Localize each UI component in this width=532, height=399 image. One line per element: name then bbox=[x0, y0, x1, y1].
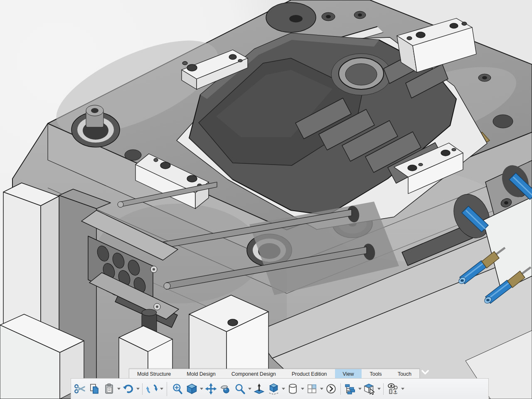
pan-button[interactable] bbox=[204, 380, 218, 398]
visual-attributes-button[interactable]: ⚓ bbox=[386, 380, 400, 398]
isometric-view-dropdown[interactable] bbox=[199, 380, 204, 398]
cut-button[interactable] bbox=[73, 380, 87, 398]
chevron-down-icon bbox=[282, 388, 285, 390]
plane-view-button[interactable] bbox=[252, 380, 266, 398]
more-commands-button[interactable] bbox=[324, 380, 338, 398]
shaded-cube-button[interactable] bbox=[266, 380, 281, 398]
select-solid-button[interactable] bbox=[362, 380, 377, 398]
chevron-down-icon bbox=[421, 370, 429, 375]
orbit-icon bbox=[219, 383, 232, 395]
ribbon-tab-bar: Mold Structure Mold Design Component Des… bbox=[129, 369, 420, 379]
zoom-all-icon bbox=[171, 383, 183, 395]
tab-mold-structure[interactable]: Mold Structure bbox=[129, 369, 179, 379]
tab-mold-design[interactable]: Mold Design bbox=[179, 369, 223, 379]
toolbar-group-separator bbox=[167, 382, 167, 396]
visual-attributes-dropdown[interactable] bbox=[400, 380, 405, 398]
tab-product-edition[interactable]: Product Edition bbox=[284, 369, 335, 379]
paste-icon bbox=[103, 383, 115, 395]
viewport-grid-dropdown[interactable] bbox=[319, 380, 324, 398]
ribbon-collapse-button[interactable] bbox=[419, 368, 431, 377]
zoom-button[interactable] bbox=[233, 380, 247, 398]
model-tree-dropdown[interactable] bbox=[357, 380, 362, 398]
model-tree-button[interactable] bbox=[343, 380, 357, 398]
zoom-dropdown[interactable] bbox=[247, 380, 252, 398]
model-tree-icon bbox=[344, 383, 356, 395]
tab-touch[interactable]: Touch bbox=[390, 369, 419, 379]
render-cylinder-icon bbox=[287, 383, 299, 395]
shaded-cube-dropdown[interactable] bbox=[281, 380, 286, 398]
chevron-down-icon bbox=[320, 388, 323, 390]
copy-button[interactable] bbox=[87, 380, 102, 398]
viewport-grid-icon bbox=[306, 383, 318, 395]
chevron-down-icon bbox=[301, 388, 304, 390]
toolbar-separator bbox=[142, 383, 143, 395]
update-dropdown[interactable] bbox=[159, 380, 164, 398]
undo-dropdown[interactable] bbox=[135, 380, 140, 398]
render-cylinder-dropdown[interactable] bbox=[300, 380, 305, 398]
toolbar-separator bbox=[340, 383, 341, 395]
tab-component-design[interactable]: Component Design bbox=[224, 369, 284, 379]
tab-view[interactable]: View bbox=[335, 369, 362, 379]
tab-tools[interactable]: Tools bbox=[362, 369, 389, 379]
pan-icon bbox=[205, 383, 217, 395]
paste-dropdown[interactable] bbox=[116, 380, 121, 398]
application-window: Mold Structure Mold Design Component Des… bbox=[0, 0, 532, 399]
select-solid-icon bbox=[363, 383, 375, 395]
undo-icon bbox=[122, 383, 134, 395]
zoom-all-button[interactable] bbox=[170, 380, 185, 398]
paste-button[interactable] bbox=[102, 380, 116, 398]
undo-button[interactable] bbox=[121, 380, 135, 398]
update-button[interactable] bbox=[145, 380, 159, 398]
3d-viewport[interactable] bbox=[0, 0, 532, 399]
update-icon bbox=[146, 383, 158, 395]
copy-icon bbox=[89, 383, 101, 395]
viewport-grid-button[interactable] bbox=[305, 380, 319, 398]
shaded-cube-icon bbox=[268, 383, 280, 395]
svg-text:⚓: ⚓ bbox=[393, 389, 398, 395]
zoom-icon bbox=[234, 383, 246, 395]
chevron-down-icon bbox=[401, 388, 404, 390]
orbit-button[interactable] bbox=[218, 380, 233, 398]
visual-attributes-icon: ⚓ bbox=[387, 383, 399, 395]
render-cylinder-button[interactable] bbox=[286, 380, 300, 398]
chevron-down-icon bbox=[358, 388, 362, 390]
chevron-down-icon bbox=[248, 388, 251, 390]
select-solid-dropdown[interactable] bbox=[377, 380, 381, 398]
isometric-view-icon bbox=[186, 383, 198, 395]
chevron-down-icon bbox=[377, 388, 381, 390]
chevron-down-icon bbox=[117, 388, 121, 390]
plane-view-icon bbox=[253, 383, 265, 395]
chevron-down-icon bbox=[200, 388, 203, 390]
chevron-down-icon bbox=[160, 388, 163, 390]
chevron-down-icon bbox=[136, 388, 140, 390]
ribbon-toolbar: ⚓ bbox=[71, 378, 489, 399]
cut-icon bbox=[74, 383, 86, 395]
more-icon bbox=[325, 383, 337, 395]
toolbar-separator bbox=[383, 383, 384, 395]
isometric-view-button[interactable] bbox=[185, 380, 199, 398]
